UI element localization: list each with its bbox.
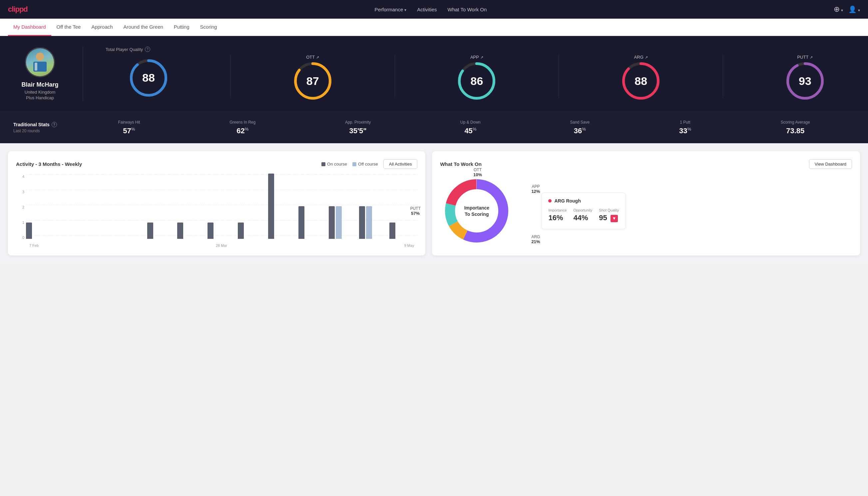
view-dashboard-button[interactable]: View Dashboard: [809, 159, 852, 169]
ring-arg: 88: [621, 61, 661, 101]
bar-oncourse-9: [298, 206, 304, 239]
stat-up-and-down: Up & Down 45%: [460, 120, 480, 135]
bar-oncourse-11: [359, 206, 365, 239]
x-label-feb: 7 Feb: [29, 244, 38, 248]
donut-chart: Importance To Scoring: [440, 174, 513, 248]
sub-nav-scoring[interactable]: Scoring: [195, 19, 222, 36]
sub-nav-putting[interactable]: Putting: [169, 19, 195, 36]
nav-links: Performance Activities What To Work On: [374, 7, 487, 12]
legend-offcourse-dot: [352, 162, 357, 166]
info-card-title: ARG Rough: [548, 198, 619, 203]
ott-value: 87: [306, 75, 319, 88]
app-trend-icon: [480, 55, 483, 60]
bar-oncourse-7: [238, 222, 244, 239]
sub-nav-approach[interactable]: Approach: [86, 19, 118, 36]
avatar: [25, 47, 55, 77]
bar-group-7: [238, 222, 266, 239]
app-logo: clippd: [8, 5, 28, 14]
bar-group-8: [268, 173, 297, 239]
top-nav: clippd Performance Activities What To Wo…: [0, 0, 868, 19]
activity-chart-card: Activity - 3 Months - Weekly On course O…: [8, 151, 425, 255]
donut-center-line1: Importance: [464, 205, 489, 211]
ring-overall: 88: [129, 58, 169, 98]
donut-center-line2: To Scoring: [464, 211, 489, 217]
divider: [83, 47, 83, 101]
stat-fairways-hit: Fairways Hit 57%: [118, 120, 140, 135]
putt-ext-label: PUTT 57%: [410, 206, 420, 216]
divider2: [231, 55, 231, 98]
stats-help-icon[interactable]: ?: [52, 122, 57, 127]
info-card: ARG Rough Importance 16% Opportunity 44%…: [541, 192, 626, 229]
chart-area: 4 3 2 1 0 7 Feb 28 Mar 9 May: [16, 174, 417, 248]
arg-ext-label: ARG 21%: [531, 234, 540, 244]
bar-oncourse-8: [268, 173, 274, 239]
ring-ott: 87: [293, 61, 333, 101]
nav-activities[interactable]: Activities: [417, 7, 437, 12]
chart-legend: On course Off course: [321, 161, 378, 167]
bar-group-12: [389, 222, 418, 239]
sub-nav: My Dashboard Off the Tee Approach Around…: [0, 19, 868, 36]
player-info: Blair McHarg United Kingdom Plus Handica…: [13, 47, 67, 100]
stat-app-proximity: App. Proximity 35'5": [345, 120, 371, 135]
stats-section: Traditional Stats ? Last 20 rounds Fairw…: [0, 112, 868, 143]
donut-center: Importance To Scoring: [464, 205, 489, 217]
bar-group-9: [298, 206, 327, 239]
user-dropdown-icon: [858, 6, 860, 13]
sub-nav-my-dashboard[interactable]: My Dashboard: [8, 19, 51, 36]
ott-trend-icon: [316, 55, 319, 60]
app-label: APP: [470, 55, 483, 60]
bar-group-6: [207, 222, 236, 239]
bars-container: [26, 174, 417, 239]
stat-sand-save: Sand Save 36%: [570, 120, 590, 135]
stat-scoring-average: Scoring Average 73.85: [781, 120, 810, 135]
bar-oncourse-4: [147, 222, 153, 239]
nav-performance[interactable]: Performance: [374, 7, 406, 12]
x-label-may: 9 May: [404, 244, 414, 248]
help-icon[interactable]: ?: [145, 47, 150, 52]
bar-oncourse-5: [177, 222, 183, 239]
ott-label: OTT: [306, 55, 319, 60]
nav-what-to-work-on[interactable]: What To Work On: [448, 7, 487, 12]
chart-header-right: On course Off course All Activities: [321, 159, 417, 169]
add-button[interactable]: ⊕: [834, 5, 843, 14]
player-name: Blair McHarg: [21, 81, 58, 88]
player-handicap: Plus Handicap: [26, 95, 54, 100]
sub-nav-off-the-tee[interactable]: Off the Tee: [51, 19, 86, 36]
bar-group-0: [26, 222, 54, 239]
legend-offcourse: Off course: [352, 161, 378, 167]
legend-oncourse-dot: [321, 162, 326, 166]
bar-group-11: [359, 206, 388, 239]
bar-oncourse-10: [329, 206, 335, 239]
bar-oncourse-0: [26, 222, 32, 239]
chart-title: Activity - 3 Months - Weekly: [16, 161, 82, 167]
svg-point-0: [36, 52, 44, 61]
ring-putt: 93: [785, 61, 825, 101]
svg-rect-2: [35, 63, 37, 71]
score-ott: OTT 87: [293, 55, 333, 101]
arg-trend-icon: [645, 55, 648, 60]
score-app: APP 86: [457, 55, 496, 101]
divider4: [558, 55, 559, 98]
user-menu[interactable]: 👤: [848, 5, 860, 13]
cards-section: Activity - 3 Months - Weekly On course O…: [0, 143, 868, 263]
all-activities-button[interactable]: All Activities: [383, 159, 418, 169]
score-rings: 88 OTT 87: [99, 55, 855, 101]
legend-oncourse: On course: [321, 161, 347, 167]
wtwo-title: What To Work On: [440, 161, 481, 167]
bar-group-5: [177, 222, 206, 239]
app-value: 86: [471, 75, 483, 88]
score-overall-value: 88: [142, 71, 155, 84]
bar-oncourse-6: [207, 222, 214, 239]
sub-nav-around-the-green[interactable]: Around the Green: [118, 19, 169, 36]
metric-shot-quality: Shot Quality 95 ▼: [599, 208, 619, 222]
bar-group-4: [147, 222, 175, 239]
chart-card-header: Activity - 3 Months - Weekly On course O…: [16, 159, 417, 169]
bar-group-10: [329, 206, 357, 239]
bar-offcourse-10: [336, 206, 342, 239]
avatar-person-icon: [30, 51, 50, 74]
scores-section: Total Player Quality ? 88 OTT: [99, 47, 855, 101]
hero-section: Blair McHarg United Kingdom Plus Handica…: [0, 36, 868, 112]
total-player-quality-label: Total Player Quality ?: [106, 47, 150, 52]
arg-value: 88: [634, 75, 647, 88]
player-country: United Kingdom: [25, 90, 56, 95]
